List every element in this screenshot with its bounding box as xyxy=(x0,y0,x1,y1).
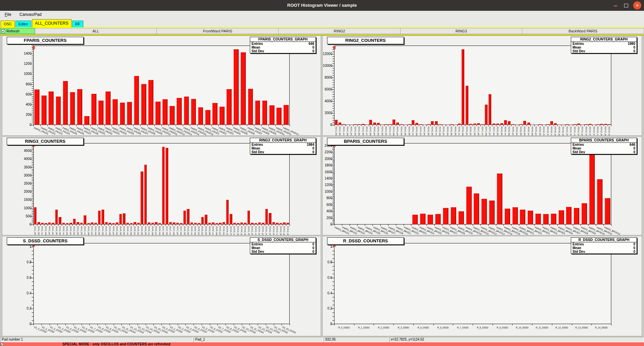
histogram-bar xyxy=(412,120,414,125)
stats-box[interactable]: S_DSSD_COUNTERS_GRAPH Entries0 Mean0 Std… xyxy=(250,237,316,254)
tab-all-counters[interactable]: ALL_COUNTERS xyxy=(32,19,71,27)
x-axis-label: R_12_DSSD xyxy=(552,326,572,329)
footer-checkbox[interactable]: ✔ xyxy=(1,343,4,346)
y-axis-tick xyxy=(32,286,33,286)
pad-s-dssd-counters[interactable]: 00.20.40.60.81S1_0_DSSDS1_1_DSSDS1_2_DSS… xyxy=(2,236,321,336)
histogram-bar xyxy=(151,223,154,224)
histogram-bar xyxy=(446,125,449,125)
x-axis-label: R3A10_blue xyxy=(244,226,246,235)
x-axis-tick xyxy=(596,125,596,126)
histogram-bar xyxy=(362,124,364,125)
x-axis-label: R2A6_green xyxy=(466,127,468,136)
x-axis-tick xyxy=(511,125,511,126)
minimize-button[interactable] xyxy=(613,3,619,8)
x-axis-tick xyxy=(565,125,565,126)
x-axis-tick xyxy=(365,125,365,126)
x-axis-tick xyxy=(346,125,346,126)
y-axis-tick xyxy=(332,194,334,195)
x-axis-tick xyxy=(433,324,434,325)
close-button[interactable]: ✕ xyxy=(633,1,641,9)
y-axis-label: 1000 xyxy=(322,190,332,193)
histogram-bar xyxy=(415,123,418,125)
pad-ring3-counters[interactable]: 050010001500200025003000350040004500R3A1… xyxy=(2,136,321,235)
y-axis-label: 600 xyxy=(322,203,332,207)
y-axis-tick xyxy=(332,155,334,155)
histogram-bar xyxy=(77,222,79,224)
window-titlebar: ROOT Histogram Viewer / sample ✕ xyxy=(0,0,644,11)
histogram-bar xyxy=(389,124,391,125)
menu-canvas-pad[interactable]: Canvas/Pad xyxy=(18,11,43,19)
tab-ring2[interactable]: RING2 xyxy=(279,28,400,34)
y-axis-label: 800 xyxy=(21,83,31,86)
histogram-bar xyxy=(56,97,61,125)
stats-box[interactable]: RING2_COUNTERS_GRAPH Entries1980 Mean0 S… xyxy=(571,37,637,53)
x-axis-label: R3A10_red xyxy=(233,226,235,235)
stats-box[interactable]: RING3_COUNTERS_GRAPH Entries1984 Mean0 S… xyxy=(250,138,316,154)
histogram-bar xyxy=(377,123,380,125)
x-axis-tick xyxy=(69,125,69,126)
tab-all[interactable]: ALL xyxy=(35,28,157,34)
x-axis-label: R2A11_BGO1 xyxy=(566,127,568,136)
pad-r-marker: R xyxy=(333,46,336,50)
y-axis-label: 1 xyxy=(322,245,332,248)
y-axis-tick xyxy=(32,70,33,70)
histogram-bar xyxy=(566,207,572,224)
histogram-bar xyxy=(404,125,407,125)
x-axis-tick xyxy=(236,224,237,226)
maximize-button[interactable] xyxy=(623,3,629,8)
tab-rf[interactable]: RF xyxy=(72,21,83,27)
y-axis-tick xyxy=(32,76,33,76)
x-axis-tick xyxy=(261,125,262,126)
x-axis-tick xyxy=(279,224,279,226)
histogram-bar xyxy=(589,148,595,224)
x-axis-label: R3A9_green xyxy=(219,226,221,235)
y-axis-tick xyxy=(332,184,334,184)
tab-backward-paris[interactable]: BackWard PARIS xyxy=(522,28,644,34)
stats-box[interactable]: FPARIS_COUNTERS_GRAPH Entries646 Mean0 S… xyxy=(250,37,316,53)
y-axis-tick xyxy=(32,251,33,251)
tab-editor[interactable]: Editor xyxy=(16,21,31,27)
x-axis-tick xyxy=(596,224,596,226)
x-axis-tick xyxy=(74,324,74,325)
x-axis-tick xyxy=(105,224,105,226)
x-axis-tick xyxy=(511,224,511,226)
x-axis-tick xyxy=(33,324,34,325)
refresh-checkbox[interactable]: ✔ xyxy=(1,29,5,33)
x-axis-tick xyxy=(527,125,527,126)
histogram-bar xyxy=(435,214,441,224)
y-axis-tick xyxy=(332,219,334,220)
y-axis-label: 10000 xyxy=(322,64,332,68)
tab-ring3[interactable]: RING3 xyxy=(401,28,522,34)
histogram-bar xyxy=(84,215,86,224)
histogram-bar xyxy=(373,123,376,125)
tab-frontward-paris[interactable]: FrontWard PARIS xyxy=(157,28,279,34)
histogram-bar xyxy=(481,199,487,224)
stats-header: R_DSSD_COUNTERS_GRAPH xyxy=(571,238,637,242)
y-axis-label: 0.4 xyxy=(322,292,332,295)
pad-r-dssd-counters[interactable]: 00.20.40.60.81R_0_DSSDR_1_DSSDR_2_DSSDR_… xyxy=(322,236,642,336)
y-axis-tick xyxy=(332,99,334,99)
pad-fparis-counters[interactable]: 0200400600800100012001400PARIS_FR1D1PARI… xyxy=(2,35,321,136)
y-axis-label: 0 xyxy=(21,123,31,127)
histogram-bar xyxy=(244,223,246,224)
x-axis-label: R2A6_BGO2 xyxy=(455,127,457,136)
x-axis-tick xyxy=(147,224,148,226)
x-axis-label: R2A5_red xyxy=(435,127,437,136)
y-axis-tick xyxy=(332,286,334,286)
histogram-bar xyxy=(155,222,157,224)
menu-file[interactable]: File xyxy=(3,11,13,19)
x-axis-tick xyxy=(392,125,392,126)
tab-osc[interactable]: OSC xyxy=(1,21,15,27)
x-axis-tick xyxy=(240,224,240,226)
x-axis-tick xyxy=(101,224,101,226)
histogram-bar xyxy=(262,101,267,125)
x-axis-tick xyxy=(604,224,604,226)
pad-bparis-counters[interactable]: 0200400600800100012001400160018002000220… xyxy=(322,136,642,235)
y-axis-tick xyxy=(32,187,33,187)
refresh-button[interactable]: ✔ Refresh xyxy=(0,28,35,34)
stats-box[interactable]: BPARIS_COUNTERS_GRAPH Entries646 Mean0 S… xyxy=(571,138,637,154)
pad-ring2-counters[interactable]: 020004000600080001000012000R2A1_BGO1R2A1… xyxy=(322,35,642,136)
x-axis-tick xyxy=(283,224,283,226)
x-axis-tick xyxy=(76,224,77,226)
stats-box[interactable]: R_DSSD_COUNTERS_GRAPH Entries0 Mean0 Std… xyxy=(571,237,637,254)
